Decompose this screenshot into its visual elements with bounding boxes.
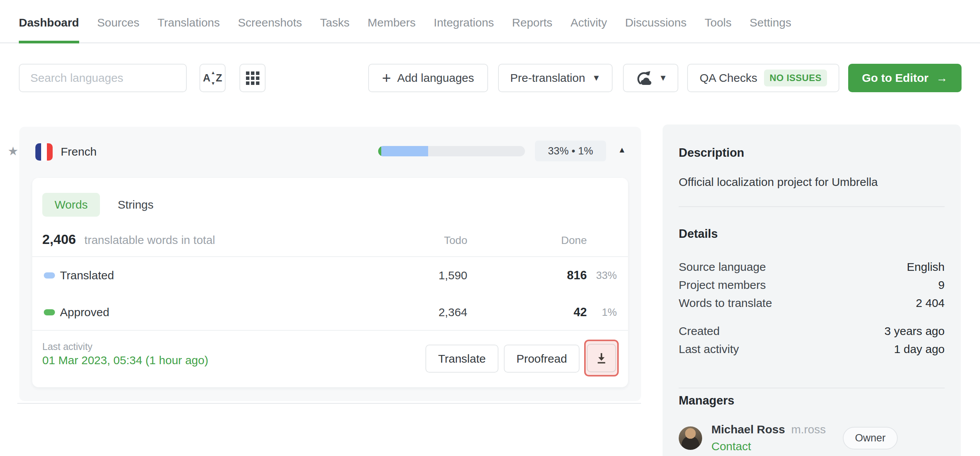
tab-tools[interactable]: Tools	[704, 0, 731, 43]
translation-progress-bar	[378, 146, 525, 156]
total-words-caption: translatable words in total	[85, 234, 215, 247]
row-label: Approved	[60, 306, 109, 319]
language-name[interactable]: French	[61, 145, 96, 158]
pre-translation-label: Pre-translation	[510, 71, 585, 85]
go-to-editor-label: Go to Editor	[862, 71, 929, 85]
done-value: 816	[567, 269, 587, 282]
divider	[679, 388, 945, 388]
tab-members[interactable]: Members	[368, 0, 416, 43]
cloud-sync-icon	[635, 70, 653, 86]
cloud-sync-dropdown-button[interactable]: ▼	[623, 64, 678, 92]
language-stats-card: Words Strings 2,406 translatable words i…	[32, 178, 628, 387]
detail-label: Project members	[679, 276, 766, 294]
section-divider	[17, 403, 641, 404]
stats-unit-tabs: Words Strings	[42, 193, 154, 217]
add-languages-button[interactable]: + Add languages	[368, 64, 488, 92]
done-percentage: 1%	[589, 307, 617, 318]
toolbar: A▲▼Z + Add languages Pre-translation ▼ ▼…	[19, 64, 962, 92]
todo-value: 2,364	[439, 306, 467, 319]
details-dates-list: Created 3 years ago Last activity 1 day …	[679, 322, 945, 358]
proofread-button[interactable]: Proofread	[504, 345, 580, 373]
column-header-done: Done	[561, 234, 587, 247]
tab-words[interactable]: Words	[42, 193, 100, 217]
arrow-right-icon: →	[936, 71, 948, 85]
manager-info: Michael Ross m.ross Contact	[711, 423, 826, 453]
managers-title: Managers	[679, 394, 945, 408]
qa-checks-button[interactable]: QA Checks NO ISSUES	[687, 64, 839, 92]
search-input[interactable]	[19, 64, 187, 92]
description-title: Description	[679, 146, 945, 160]
detail-label: Created	[679, 322, 720, 340]
tab-dashboard[interactable]: Dashboard	[19, 0, 79, 43]
tab-integrations[interactable]: Integrations	[434, 0, 494, 43]
tab-activity[interactable]: Activity	[570, 0, 607, 43]
detail-label: Words to translate	[679, 294, 772, 312]
last-activity-label: Last activity	[42, 341, 93, 352]
progress-approved-segment	[378, 146, 381, 156]
tab-translations[interactable]: Translations	[158, 0, 220, 43]
total-words-value: 2,406	[42, 232, 76, 247]
detail-value: 2 404	[916, 294, 945, 312]
favorite-star-icon[interactable]: ★	[8, 144, 18, 158]
tab-settings[interactable]: Settings	[750, 0, 791, 43]
done-percentage: 33%	[589, 270, 617, 282]
tab-screenshots[interactable]: Screenshots	[238, 0, 302, 43]
approved-dot-icon	[44, 309, 55, 315]
table-row-approved: Approved 2,364 42 1%	[32, 294, 628, 331]
total-words-row: 2,406 translatable words in total	[42, 232, 215, 247]
language-row-french: French 33% • 1% ▲ Words Strings 2,406 tr…	[19, 127, 641, 401]
detail-value: 9	[938, 276, 945, 294]
project-nav: Dashboard Sources Translations Screensho…	[0, 0, 980, 43]
french-flag-icon	[35, 143, 53, 161]
todo-value: 1,590	[439, 269, 467, 282]
collapse-chevron-icon[interactable]: ▲	[618, 145, 626, 154]
list-item: Project members 9	[679, 276, 945, 294]
list-item: Source language English	[679, 258, 945, 276]
sort-az-icon: A▲▼Z	[203, 70, 222, 86]
detail-value: 1 day ago	[894, 340, 945, 358]
table-row-translated: Translated 1,590 816 33%	[32, 257, 628, 294]
download-button[interactable]	[587, 344, 616, 372]
detail-label: Source language	[679, 258, 766, 276]
progress-percentage-chip: 33% • 1%	[535, 141, 606, 161]
pre-translation-button[interactable]: Pre-translation ▼	[498, 64, 613, 92]
progress-translated-segment	[381, 146, 428, 156]
last-activity-value[interactable]: 01 Mar 2023, 05:34 (1 hour ago)	[42, 354, 208, 367]
done-value: 42	[574, 305, 587, 319]
add-languages-label: Add languages	[397, 71, 474, 85]
tab-reports[interactable]: Reports	[512, 0, 552, 43]
go-to-editor-button[interactable]: Go to Editor →	[848, 64, 962, 92]
tab-discussions[interactable]: Discussions	[625, 0, 686, 43]
qa-checks-label: QA Checks	[699, 71, 757, 85]
qa-status-badge: NO ISSUES	[764, 70, 827, 86]
column-header-todo: Todo	[444, 234, 467, 247]
download-icon	[595, 351, 608, 365]
divider	[32, 330, 628, 331]
list-item: Last activity 1 day ago	[679, 340, 945, 358]
details-title: Details	[679, 227, 945, 241]
translated-dot-icon	[44, 272, 55, 279]
stats-rows: Translated 1,590 816 33% Approved 2,364 …	[32, 257, 628, 331]
manager-row: Michael Ross m.ross Contact Owner	[679, 423, 945, 453]
divider	[679, 206, 945, 207]
manager-name[interactable]: Michael Ross	[711, 423, 785, 436]
chevron-down-icon: ▼	[659, 73, 668, 83]
detail-value: English	[907, 258, 945, 276]
detail-label: Last activity	[679, 340, 739, 358]
tab-strings[interactable]: Strings	[118, 198, 153, 211]
sort-button[interactable]: A▲▼Z	[199, 64, 226, 92]
manager-username: m.ross	[791, 423, 826, 436]
grid-view-button[interactable]	[239, 64, 266, 92]
grid-icon	[246, 71, 259, 85]
contact-link[interactable]: Contact	[711, 440, 826, 453]
project-info-sidebar: Description Official localization projec…	[663, 124, 961, 456]
tab-tasks[interactable]: Tasks	[320, 0, 350, 43]
download-button-highlight	[584, 340, 619, 376]
detail-value: 3 years ago	[884, 322, 945, 340]
tab-sources[interactable]: Sources	[97, 0, 140, 43]
row-label: Translated	[60, 269, 114, 282]
translate-button[interactable]: Translate	[425, 345, 498, 373]
avatar[interactable]	[679, 426, 702, 450]
list-item: Words to translate 2 404	[679, 294, 945, 312]
description-text: Official localization project for Umbrel…	[679, 175, 945, 189]
